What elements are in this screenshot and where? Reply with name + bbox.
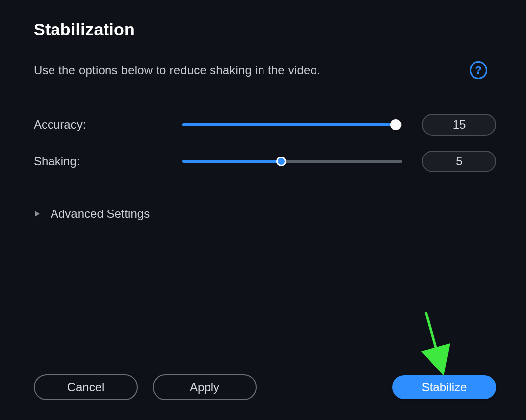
accuracy-value[interactable]: 15 [422, 114, 496, 136]
advanced-settings-toggle[interactable]: Advanced Settings [34, 207, 496, 221]
shaking-track [182, 160, 402, 163]
accuracy-thumb[interactable] [390, 119, 401, 130]
stabilize-button[interactable]: Stabilize [392, 375, 496, 399]
accuracy-row: Accuracy: 15 [34, 114, 496, 136]
button-row: Cancel Apply Stabilize [34, 374, 496, 405]
apply-button[interactable]: Apply [153, 374, 257, 400]
accuracy-label: Accuracy: [34, 118, 182, 132]
svg-marker-0 [35, 211, 40, 217]
accuracy-fill [182, 123, 396, 126]
accuracy-slider[interactable] [182, 117, 402, 133]
shaking-value[interactable]: 5 [422, 151, 496, 172]
shaking-label: Shaking: [34, 155, 182, 168]
shaking-fill [182, 160, 281, 163]
chevron-right-icon [34, 210, 41, 217]
description-text: Use the options below to reduce shaking … [34, 63, 320, 77]
accuracy-track [182, 123, 402, 126]
page-title: Stabilization [34, 20, 496, 39]
help-icon[interactable]: ? [470, 61, 487, 79]
advanced-settings-label: Advanced Settings [51, 207, 150, 221]
shaking-row: Shaking: 5 [34, 151, 496, 172]
description-row: Use the options below to reduce shaking … [34, 61, 496, 79]
shaking-thumb[interactable] [276, 157, 286, 166]
cancel-button[interactable]: Cancel [34, 374, 138, 400]
stabilization-panel: Stabilization Use the options below to r… [0, 0, 526, 420]
shaking-slider[interactable] [182, 154, 402, 169]
